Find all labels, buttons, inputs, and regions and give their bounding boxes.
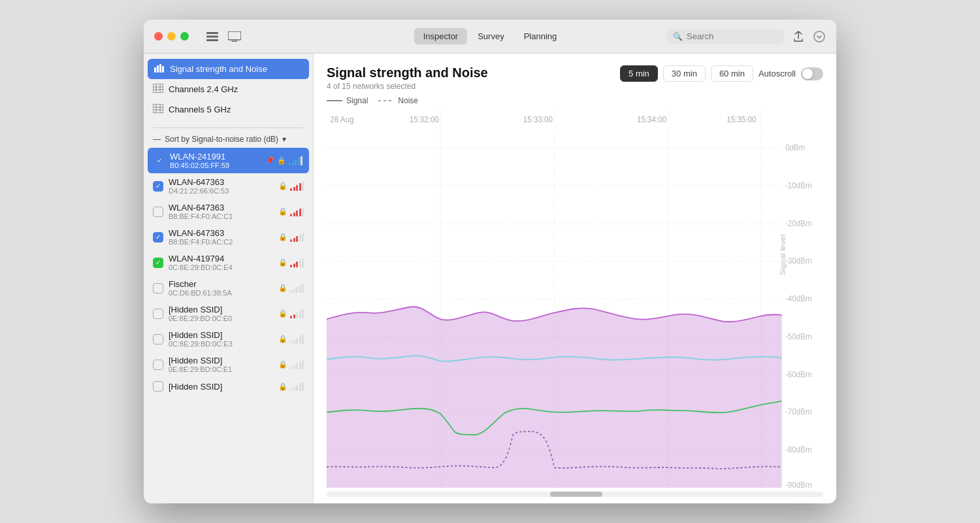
network-info: [Hidden SSID] 0C:8E:29:BD:0C:E3 (169, 330, 273, 348)
titlebar-right: 🔍 (666, 29, 826, 44)
scrollbar-track[interactable] (327, 492, 823, 497)
signal-bar (302, 309, 304, 318)
signal-bar (290, 290, 292, 293)
network-checkbox[interactable] (153, 360, 163, 370)
network-mac: 0E:8E:29:BD:0C:E0 (169, 314, 273, 322)
network-checkbox[interactable] (153, 381, 163, 392)
svg-text:15:35:00: 15:35:00 (727, 115, 756, 125)
tab-survey[interactable]: Survey (468, 28, 513, 44)
network-mac: B8:BE:F4:F0:AC:C1 (169, 212, 273, 220)
signal-bar (299, 209, 301, 216)
tab-inspector[interactable]: Inspector (414, 28, 467, 44)
sidebar-item-label: Channels 2.4 GHz (169, 84, 238, 94)
svg-rect-17 (153, 104, 163, 113)
network-checkbox[interactable] (153, 232, 163, 243)
network-mac: 0C:D6:BD:61:38:5A (169, 289, 273, 297)
toggle-knob (802, 69, 813, 79)
scrollbar-thumb[interactable] (550, 492, 602, 497)
network-item-wlan-647363-1[interactable]: WLAN-647363 D4:21:22:66:6C:53 🔒 (144, 173, 313, 199)
network-icons: 🔒 (278, 309, 304, 318)
lock-icon: 🔒 (277, 156, 286, 165)
svg-rect-10 (159, 64, 161, 73)
network-item-hidden-ssid-3[interactable]: [Hidden SSID] 0E:8E:29:BD:0C:E1 🔒 (144, 352, 313, 377)
autoscroll-label: Autoscroll (759, 69, 796, 78)
network-checkbox[interactable] (153, 334, 163, 345)
network-mac: B8:BE:F4:F0:AC:C2 (169, 238, 273, 246)
sidebar-item-channels-5[interactable]: Channels 5 GHz (144, 99, 313, 120)
autoscroll-toggle[interactable] (801, 67, 823, 80)
time-btn-5min[interactable]: 5 min (620, 65, 658, 82)
chart-controls: 5 min 30 min 60 min Autoscroll (620, 65, 823, 82)
signal-bar (296, 312, 298, 318)
svg-text:-50dBm: -50dBm (785, 331, 812, 341)
close-button[interactable] (154, 32, 163, 41)
legend-signal-line (327, 100, 342, 101)
time-btn-60min[interactable]: 60 min (711, 65, 753, 82)
signal-bar (299, 234, 301, 242)
sort-chevron: ▾ (282, 135, 286, 144)
network-name: WLAN-647363 (169, 203, 273, 212)
network-item-wlan-241991[interactable]: WLAN-241991 B0:45:02:05:FF:59 📌🔒 (148, 148, 309, 173)
maximize-button[interactable] (180, 32, 189, 41)
network-item-wlan-647363-3[interactable]: WLAN-647363 B8:BE:F4:F0:AC:C2 🔒 (144, 224, 313, 250)
signal-bars (290, 182, 304, 191)
lock-icon: 🔒 (278, 182, 287, 190)
lock-icon: 🔒 (278, 233, 287, 241)
network-item-wlan-419794[interactable]: WLAN-419794 0C:8E:29:BD:0C:E4 🔒 (144, 250, 313, 275)
chart-header: Signal strength and Noise 4 of 15 networ… (327, 65, 823, 91)
chevron-down-icon[interactable] (813, 30, 826, 43)
sidebar-item-channels-24[interactable]: Channels 2.4 GHz (144, 79, 313, 99)
network-checkbox[interactable] (153, 309, 163, 319)
signal-bar (293, 365, 295, 369)
search-input[interactable] (687, 31, 778, 41)
svg-rect-8 (154, 67, 156, 73)
signal-bar (296, 385, 298, 391)
monitor-icon[interactable] (228, 30, 241, 43)
network-name: Fischer (169, 279, 273, 289)
signal-bar (293, 238, 295, 242)
network-item-wlan-647363-2[interactable]: WLAN-647363 B8:BE:F4:F0:AC:C1 🔒 (144, 199, 313, 224)
network-checkbox[interactable] (153, 283, 163, 294)
signal-bar (299, 362, 301, 369)
signal-bar (290, 239, 292, 242)
svg-text:-40dBm: -40dBm (785, 294, 812, 303)
signal-bar (296, 236, 298, 242)
search-box[interactable]: 🔍 (666, 29, 784, 44)
network-item-hidden-ssid-4[interactable]: [Hidden SSID] 🔒 (144, 377, 313, 396)
minimize-button[interactable] (167, 32, 176, 41)
signal-bar (296, 363, 298, 369)
network-name: [Hidden SSID] (169, 382, 273, 392)
network-item-hidden-ssid-1[interactable]: [Hidden SSID] 0E:8E:29:BD:0C:E0 🔒 (144, 301, 313, 326)
time-btn-30min[interactable]: 30 min (663, 65, 706, 82)
sidebar: Signal strength and Noise Channels 2.4 G… (144, 54, 314, 503)
network-checkbox[interactable] (153, 258, 163, 268)
nav-tabs: Inspector Survey Planning (414, 28, 566, 44)
signal-bar (299, 183, 301, 191)
network-item-hidden-ssid-2[interactable]: [Hidden SSID] 0C:8E:29:BD:0C:E3 🔒 (144, 326, 313, 352)
network-name: WLAN-419794 (169, 254, 273, 263)
share-icon[interactable] (792, 30, 805, 43)
tab-planning[interactable]: Planning (515, 28, 566, 44)
signal-bar (302, 258, 304, 267)
svg-text:-20dBm: -20dBm (785, 218, 812, 228)
signal-bar (299, 260, 301, 267)
network-list: WLAN-241991 B0:45:02:05:FF:59 📌🔒 WLAN-64… (144, 148, 313, 396)
sidebar-item-signal-noise[interactable]: Signal strength and Noise (148, 59, 309, 79)
svg-rect-0 (206, 32, 218, 34)
network-info: WLAN-241991 B0:45:02:05:FF:59 (170, 152, 260, 169)
network-icons: 🔒 (278, 233, 304, 242)
network-item-fischer[interactable]: Fischer 0C:D6:BD:61:38:5A 🔒 (144, 275, 313, 301)
sort-control[interactable]: — Sort by Signal-to-noise ratio (dB) ▾ (144, 131, 313, 148)
signal-bar (302, 335, 304, 344)
chart-subtitle: 4 of 15 networks selected (327, 82, 488, 91)
network-icons: 🔒 (278, 382, 304, 391)
signal-bar (293, 340, 295, 344)
network-checkbox[interactable] (153, 181, 163, 192)
table-icon[interactable] (206, 30, 219, 43)
network-name: WLAN-647363 (169, 177, 273, 187)
network-checkbox[interactable] (153, 207, 163, 217)
network-checkbox[interactable] (154, 156, 165, 166)
signal-bar (290, 388, 292, 391)
svg-text:Signal level: Signal level (779, 235, 787, 276)
network-icons: 🔒 (278, 335, 304, 344)
